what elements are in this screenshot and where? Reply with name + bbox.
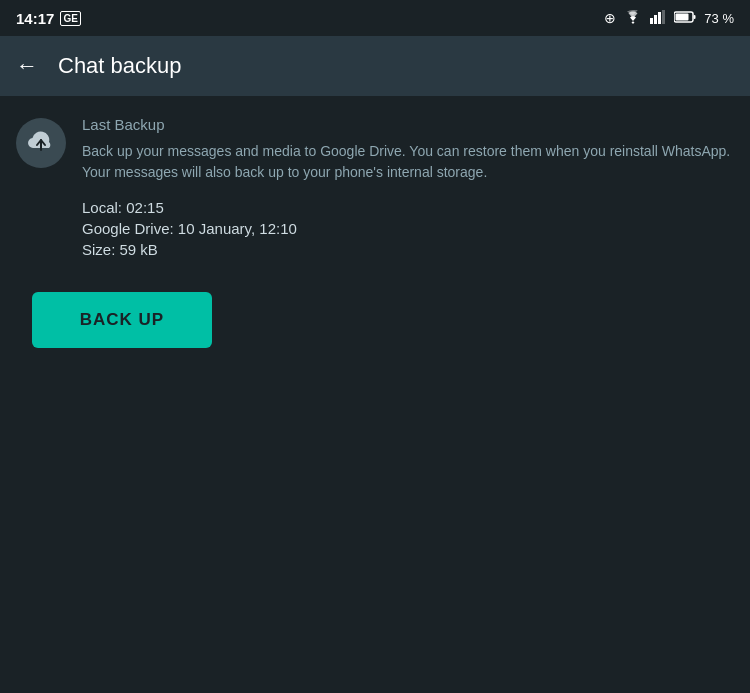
backup-section: Last Backup Back up your messages and me… xyxy=(16,116,734,258)
battery-icon xyxy=(674,10,696,26)
backup-size: Size: 59 kB xyxy=(82,241,734,258)
backup-details: Local: 02:15 Google Drive: 10 January, 1… xyxy=(82,199,734,258)
nav-bar: ← Chat backup xyxy=(0,36,750,96)
gdrive-backup-time: Google Drive: 10 January, 12:10 xyxy=(82,220,734,237)
cloud-upload-icon xyxy=(27,130,55,156)
backup-btn-container: BACK UP xyxy=(16,282,734,368)
backup-info: Last Backup Back up your messages and me… xyxy=(82,116,734,258)
svg-rect-0 xyxy=(650,18,653,24)
svg-rect-3 xyxy=(662,10,665,24)
svg-rect-6 xyxy=(694,15,696,19)
signal-icon xyxy=(650,10,666,27)
backup-icon-container xyxy=(16,118,66,168)
status-left: 14:17 GE xyxy=(16,10,81,27)
page-title: Chat backup xyxy=(58,53,182,79)
backup-button[interactable]: BACK UP xyxy=(32,292,212,348)
svg-rect-1 xyxy=(654,15,657,24)
backup-description: Back up your messages and media to Googl… xyxy=(82,141,734,183)
sync-icon: ⊕ xyxy=(604,10,616,26)
svg-rect-2 xyxy=(658,12,661,24)
wifi-icon xyxy=(624,10,642,27)
svg-rect-5 xyxy=(676,14,689,21)
status-time: 14:17 xyxy=(16,10,54,27)
status-bar: 14:17 GE ⊕ xyxy=(0,0,750,36)
content-area: Last Backup Back up your messages and me… xyxy=(0,96,750,388)
carrier-indicator: GE xyxy=(60,11,80,26)
back-button[interactable]: ← xyxy=(16,53,38,79)
status-right: ⊕ 73 % xyxy=(604,10,734,27)
local-backup-time: Local: 02:15 xyxy=(82,199,734,216)
backup-section-title: Last Backup xyxy=(82,116,734,133)
battery-percentage: 73 % xyxy=(704,11,734,26)
